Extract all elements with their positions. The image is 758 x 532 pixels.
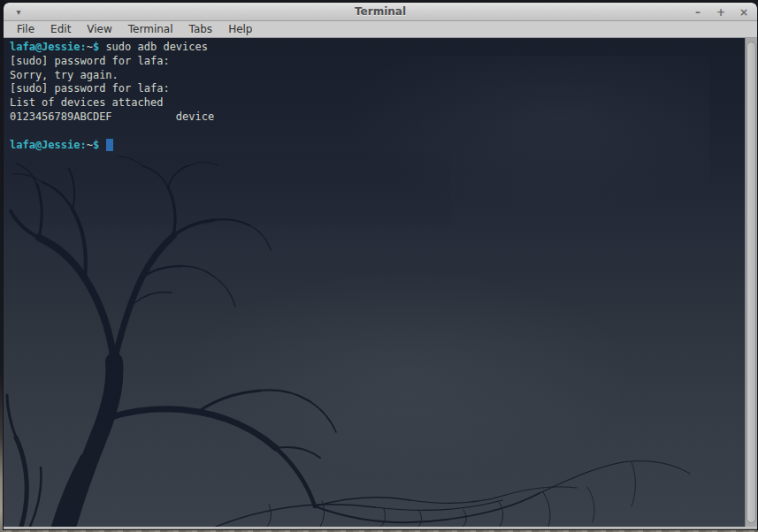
prompt-path: ~ — [87, 139, 93, 151]
terminal-line: List of devices attached — [10, 96, 745, 110]
window-bottom-border — [4, 527, 757, 529]
output-text: Sorry, try again. — [10, 69, 119, 81]
command-text: sudo adb devices — [99, 41, 208, 53]
terminal-window: ▾ Terminal – + × File Edit View Terminal… — [4, 3, 757, 529]
menu-item-edit[interactable]: Edit — [42, 21, 79, 37]
prompt-symbol: $ — [93, 139, 99, 151]
prompt-path: ~ — [87, 41, 93, 53]
output-text: 0123456789ABCDEF device — [10, 110, 214, 123]
menubar: File Edit View Terminal Tabs Help — [4, 21, 757, 38]
scrollbar-thumb[interactable] — [747, 42, 756, 523]
terminal-output: lafa@Jessie:~$ sudo adb devices [sudo] p… — [4, 38, 745, 152]
prompt-user-host: lafa@Jessie: — [10, 139, 87, 151]
terminal-line: Sorry, try again. — [10, 69, 745, 83]
window-title: Terminal — [4, 3, 757, 21]
scrollbar[interactable] — [745, 38, 757, 527]
terminal-line: lafa@Jessie:~$ — [10, 139, 745, 153]
terminal-line — [10, 125, 745, 139]
terminal-line: 0123456789ABCDEF device — [10, 110, 745, 125]
prompt-user-host: lafa@Jessie: — [10, 41, 87, 53]
menu-item-tabs[interactable]: Tabs — [181, 21, 221, 37]
output-text: [sudo] password for lafa: — [10, 55, 170, 67]
window-controls: – + × — [692, 3, 750, 21]
minimize-button[interactable]: – — [692, 6, 704, 19]
terminal-line: lafa@Jessie:~$ sudo adb devices — [10, 41, 745, 55]
terminal-viewport[interactable]: lafa@Jessie:~$ sudo adb devices [sudo] p… — [4, 38, 745, 527]
output-text: [sudo] password for lafa: — [10, 82, 170, 95]
menu-item-help[interactable]: Help — [220, 21, 260, 37]
maximize-button[interactable]: + — [715, 6, 727, 19]
menu-item-view[interactable]: View — [79, 21, 119, 37]
output-text: List of devices attached — [10, 96, 163, 109]
menu-item-file[interactable]: File — [9, 21, 42, 37]
terminal-cursor — [106, 139, 113, 151]
close-button[interactable]: × — [738, 6, 750, 19]
terminal-line: [sudo] password for lafa: — [10, 55, 745, 69]
titlebar[interactable]: ▾ Terminal – + × — [4, 3, 757, 21]
menu-item-terminal[interactable]: Terminal — [120, 21, 181, 37]
terminal-line: [sudo] password for lafa: — [10, 82, 745, 96]
